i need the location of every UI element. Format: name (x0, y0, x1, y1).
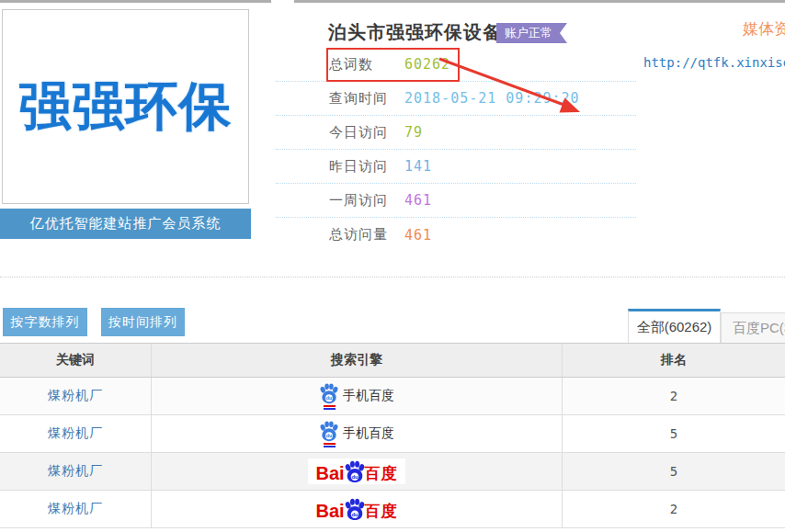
engine-cell: du 手机百度 (152, 415, 563, 452)
engine-cell: Bai du 百度 (152, 491, 563, 527)
keyword-link[interactable]: 煤粉机厂 (48, 425, 103, 442)
stat-row: 总访问量 461 (276, 218, 636, 252)
stat-value: 60262 (404, 56, 450, 73)
member-system-page: 强强环保 亿优托智能建站推广会员系统 泊头市强强环保设备厂 账户正常 媒体资 h… (0, 0, 785, 532)
logo-red-bar (324, 405, 336, 407)
stat-row: 一周访问 461 (276, 184, 636, 218)
table-row: 煤粉机厂 Bai du 百度 5 (0, 453, 785, 491)
svg-text:du: du (351, 474, 358, 480)
stat-label: 昨日访问 (329, 158, 404, 175)
logo-blue-bar (324, 408, 336, 410)
header-keyword: 关键词 (0, 344, 152, 377)
stat-value: 79 (404, 124, 423, 141)
tab-all-keywords[interactable]: 全部(60262) (628, 309, 721, 343)
stat-label: 查询时间 (329, 90, 404, 108)
baidu-paw-icon: du (343, 497, 367, 521)
rank-cell: 2 (563, 491, 785, 527)
rank-cell: 5 (563, 453, 785, 490)
svg-text:du: du (326, 395, 333, 401)
engine-label: 手机百度 (343, 425, 394, 442)
stat-label: 一周访问 (329, 192, 404, 209)
keyword-link[interactable]: 煤粉机厂 (48, 501, 103, 517)
table-row: 煤粉机厂 Bai du 百度 2 (0, 491, 785, 528)
media-section-heading: 媒体资 (743, 18, 785, 40)
stat-value: 2018-05-21 09:29:20 (404, 90, 580, 107)
table-header-row: 关键词 搜索引擎 排名 (0, 343, 785, 378)
logo-blue-bar (324, 446, 336, 447)
stat-row: 今日访问 79 (276, 116, 636, 150)
baidu-paw-icon: du (319, 420, 339, 447)
stat-value: 461 (404, 227, 432, 243)
baidu-cn-text: 百度 (365, 503, 398, 521)
sort-by-time-button[interactable]: 按时间排列 (101, 308, 185, 336)
stat-row: 昨日访问 141 (276, 150, 636, 184)
baidu-paw-icon: du (319, 382, 339, 410)
logo-red-bar (324, 443, 336, 445)
mobile-baidu-logo: du 手机百度 (319, 420, 394, 447)
keyword-link[interactable]: 煤粉机厂 (48, 463, 103, 480)
baidu-pc-logo: Bai du 百度 (308, 458, 404, 484)
stat-value: 461 (404, 192, 432, 209)
baidu-bai-text: Bai (315, 501, 344, 521)
keyword-cell: 煤粉机厂 (0, 453, 152, 490)
header-search-engine: 搜索引擎 (152, 344, 563, 377)
stats-list: 总词数 60262 查询时间 2018-05-21 09:29:20 今日访问 … (276, 48, 636, 252)
stat-value: 141 (404, 158, 432, 175)
keyword-link[interactable]: 煤粉机厂 (48, 388, 103, 404)
company-title: 泊头市强强环保设备厂 (328, 20, 521, 45)
svg-text:du: du (326, 433, 333, 438)
baidu-cn-text: 百度 (365, 465, 398, 483)
rank-cell: 2 (563, 378, 785, 414)
keyword-cell: 煤粉机厂 (0, 378, 152, 414)
system-banner: 亿优托智能建站推广会员系统 (0, 209, 251, 239)
section-divider (0, 277, 785, 277)
table-row: 煤粉机厂 du 手机百度 (0, 378, 785, 415)
company-logo-text: 强强环保 (19, 72, 233, 142)
tab-baidu-pc[interactable]: 百度PC(30 (721, 312, 785, 343)
keyword-results-table: 关键词 搜索引擎 排名 煤粉机厂 du (0, 343, 785, 528)
stat-label: 总访问量 (329, 226, 404, 243)
svg-text:du: du (351, 512, 358, 517)
baidu-pc-logo: Bai du 百度 (308, 496, 404, 522)
header-rank: 排名 (563, 344, 785, 377)
table-row: 煤粉机厂 du 手机百度 (0, 415, 785, 453)
stat-label: 今日访问 (329, 124, 404, 141)
baidu-paw-icon: du (343, 459, 367, 483)
sort-by-words-button[interactable]: 按字数排列 (3, 308, 87, 336)
stat-label: 总词数 (329, 56, 404, 74)
stat-row: 总词数 60262 (276, 48, 636, 82)
results-table-body: 煤粉机厂 du 手机百度 (0, 378, 785, 528)
mobile-baidu-logo: du 手机百度 (319, 382, 394, 410)
account-status-badge: 账户正常 (496, 23, 567, 43)
engine-cell: du 手机百度 (152, 378, 563, 414)
engine-label: 手机百度 (343, 388, 394, 404)
stat-row: 查询时间 2018-05-21 09:29:20 (276, 82, 636, 116)
baidu-bai-text: Bai (315, 463, 344, 483)
rank-cell: 5 (563, 415, 785, 452)
engine-cell: Bai du 百度 (152, 453, 563, 490)
keyword-cell: 煤粉机厂 (0, 415, 152, 452)
keyword-cell: 煤粉机厂 (0, 491, 152, 527)
top-edge-strip-right (294, 0, 785, 3)
top-edge-strip-left (0, 0, 271, 3)
site-url-link[interactable]: http://qtfk.xinxisea. (643, 55, 785, 70)
company-logo-panel: 强强环保 (2, 9, 249, 204)
